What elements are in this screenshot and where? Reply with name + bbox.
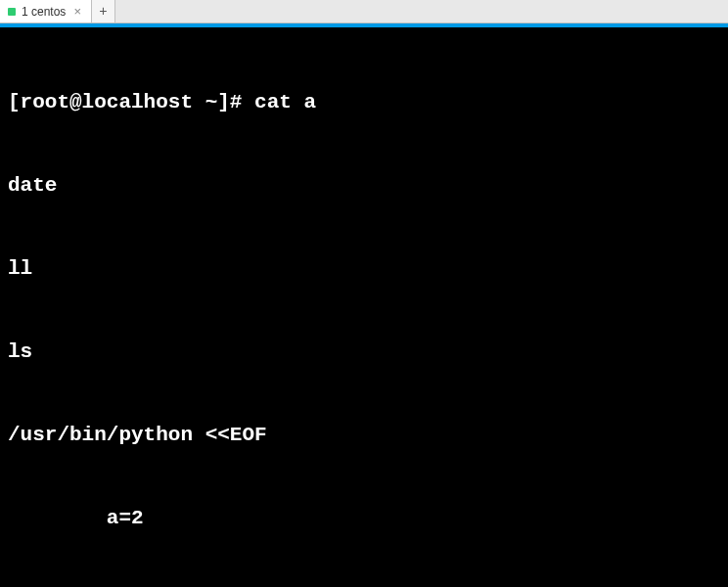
terminal-output[interactable]: [root@localhost ~]# cat a date ll ls /us… — [0, 27, 728, 587]
tab-active[interactable]: 1 centos × — [0, 0, 92, 23]
terminal-line: date — [8, 172, 720, 200]
tab-label: 1 centos — [22, 5, 66, 19]
terminal-line: ll — [8, 255, 720, 283]
plus-icon: + — [99, 4, 107, 20]
terminal-line: [root@localhost ~]# cat a — [8, 89, 720, 116]
close-icon[interactable]: × — [71, 4, 83, 19]
terminal-line: /usr/bin/python <<EOF — [8, 422, 720, 449]
tab-bar: 1 centos × + — [0, 0, 728, 23]
add-tab-button[interactable]: + — [92, 0, 115, 23]
terminal-line: ls — [8, 339, 720, 366]
connection-status-icon — [8, 8, 16, 16]
terminal-line: a=2 — [8, 505, 720, 532]
